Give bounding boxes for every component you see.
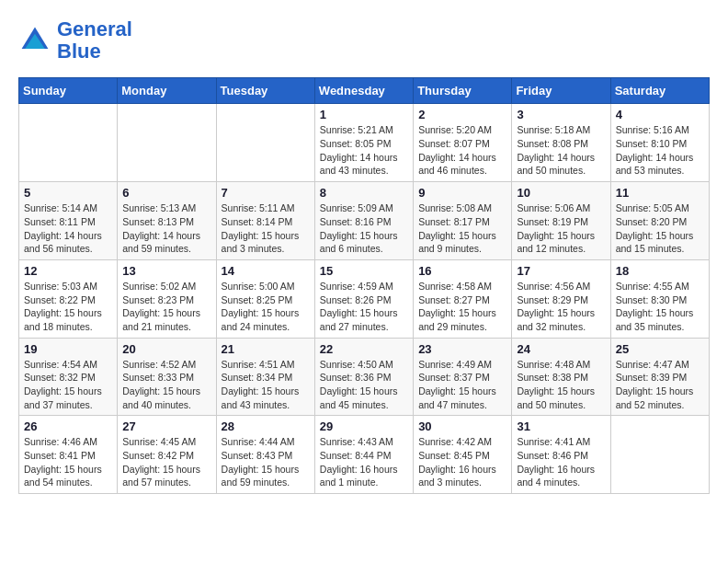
cell-content: Sunrise: 4:58 AMSunset: 8:27 PMDaylight:… [418, 280, 506, 334]
day-number: 29 [320, 419, 408, 433]
logo-icon [18, 24, 51, 57]
day-number: 18 [616, 264, 704, 278]
calendar-cell: 18Sunrise: 4:55 AMSunset: 8:30 PMDayligh… [610, 259, 709, 338]
cell-content: Sunrise: 5:14 AMSunset: 8:11 PMDaylight:… [24, 201, 112, 256]
day-header-wednesday: Wednesday [314, 78, 413, 104]
cell-content: Sunrise: 5:00 AMSunset: 8:25 PMDaylight:… [222, 280, 310, 334]
day-number: 16 [418, 264, 506, 278]
cell-content: Sunrise: 4:46 AMSunset: 8:41 PMDaylight:… [24, 435, 112, 489]
calendar-cell: 20Sunrise: 4:52 AMSunset: 8:33 PMDayligh… [118, 338, 216, 416]
day-header-monday: Monday [118, 78, 216, 104]
calendar-cell: 5Sunrise: 5:14 AMSunset: 8:11 PMDaylight… [19, 182, 118, 260]
cell-content: Sunrise: 5:08 AMSunset: 8:17 PMDaylight:… [418, 201, 506, 256]
day-number: 3 [517, 108, 605, 121]
day-number: 24 [517, 342, 605, 356]
day-number: 31 [517, 419, 605, 433]
calendar-cell: 26Sunrise: 4:46 AMSunset: 8:41 PMDayligh… [19, 416, 118, 494]
calendar-cell: 15Sunrise: 4:59 AMSunset: 8:26 PMDayligh… [314, 259, 413, 338]
day-number: 22 [320, 342, 408, 356]
cell-content: Sunrise: 4:51 AMSunset: 8:34 PMDaylight:… [222, 358, 310, 412]
calendar-cell: 29Sunrise: 4:43 AMSunset: 8:44 PMDayligh… [314, 416, 413, 494]
day-number: 2 [418, 108, 506, 121]
calendar-cell: 9Sunrise: 5:08 AMSunset: 8:17 PMDaylight… [414, 182, 512, 260]
cell-content: Sunrise: 4:47 AMSunset: 8:39 PMDaylight:… [616, 358, 704, 412]
calendar-cell: 23Sunrise: 4:49 AMSunset: 8:37 PMDayligh… [414, 338, 512, 416]
calendar-cell: 31Sunrise: 4:41 AMSunset: 8:46 PMDayligh… [512, 416, 610, 494]
calendar-cell: 27Sunrise: 4:45 AMSunset: 8:42 PMDayligh… [118, 416, 216, 494]
day-number: 5 [24, 186, 112, 200]
calendar-cell [610, 416, 709, 494]
cell-content: Sunrise: 4:49 AMSunset: 8:37 PMDaylight:… [418, 358, 506, 412]
day-number: 21 [222, 342, 310, 356]
calendar-cell: 30Sunrise: 4:42 AMSunset: 8:45 PMDayligh… [414, 416, 512, 494]
calendar-cell: 10Sunrise: 5:06 AMSunset: 8:19 PMDayligh… [512, 182, 610, 260]
calendar-cell: 22Sunrise: 4:50 AMSunset: 8:36 PMDayligh… [314, 338, 413, 416]
day-number: 17 [517, 264, 605, 278]
day-header-sunday: Sunday [19, 78, 118, 104]
calendar-cell: 17Sunrise: 4:56 AMSunset: 8:29 PMDayligh… [512, 259, 610, 338]
day-number: 9 [418, 186, 506, 200]
cell-content: Sunrise: 4:45 AMSunset: 8:42 PMDaylight:… [122, 435, 210, 489]
cell-content: Sunrise: 5:11 AMSunset: 8:14 PMDaylight:… [222, 201, 310, 256]
cell-content: Sunrise: 4:52 AMSunset: 8:33 PMDaylight:… [122, 358, 210, 412]
calendar-cell: 21Sunrise: 4:51 AMSunset: 8:34 PMDayligh… [216, 338, 314, 416]
day-number: 1 [320, 108, 408, 121]
cell-content: Sunrise: 5:20 AMSunset: 8:07 PMDaylight:… [418, 123, 506, 178]
day-header-tuesday: Tuesday [216, 78, 314, 104]
cell-content: Sunrise: 5:21 AMSunset: 8:05 PMDaylight:… [320, 123, 408, 178]
calendar-week-row: 5Sunrise: 5:14 AMSunset: 8:11 PMDaylight… [19, 182, 710, 260]
calendar-cell: 1Sunrise: 5:21 AMSunset: 8:05 PMDaylight… [314, 104, 413, 182]
cell-content: Sunrise: 5:16 AMSunset: 8:10 PMDaylight:… [616, 123, 704, 178]
cell-content: Sunrise: 4:42 AMSunset: 8:45 PMDaylight:… [418, 435, 506, 489]
day-number: 23 [418, 342, 506, 356]
cell-content: Sunrise: 4:50 AMSunset: 8:36 PMDaylight:… [320, 358, 408, 412]
day-number: 19 [24, 342, 112, 356]
day-number: 13 [122, 264, 210, 278]
calendar-cell: 14Sunrise: 5:00 AMSunset: 8:25 PMDayligh… [216, 259, 314, 338]
calendar-cell: 19Sunrise: 4:54 AMSunset: 8:32 PMDayligh… [19, 338, 118, 416]
calendar-week-row: 12Sunrise: 5:03 AMSunset: 8:22 PMDayligh… [19, 259, 710, 338]
calendar-cell: 2Sunrise: 5:20 AMSunset: 8:07 PMDaylight… [414, 104, 512, 182]
cell-content: Sunrise: 4:43 AMSunset: 8:44 PMDaylight:… [320, 435, 408, 489]
day-number: 28 [222, 419, 310, 433]
day-number: 8 [320, 186, 408, 200]
day-number: 4 [616, 108, 704, 121]
page-header: General Blue [18, 18, 710, 63]
day-number: 7 [222, 186, 310, 200]
day-number: 30 [418, 419, 506, 433]
calendar-cell: 16Sunrise: 4:58 AMSunset: 8:27 PMDayligh… [414, 259, 512, 338]
day-number: 25 [616, 342, 704, 356]
calendar-week-row: 1Sunrise: 5:21 AMSunset: 8:05 PMDaylight… [19, 104, 710, 182]
calendar-cell: 7Sunrise: 5:11 AMSunset: 8:14 PMDaylight… [216, 182, 314, 260]
calendar-cell: 4Sunrise: 5:16 AMSunset: 8:10 PMDaylight… [610, 104, 709, 182]
calendar-cell: 6Sunrise: 5:13 AMSunset: 8:13 PMDaylight… [118, 182, 216, 260]
cell-content: Sunrise: 5:06 AMSunset: 8:19 PMDaylight:… [517, 201, 605, 256]
calendar-table: SundayMondayTuesdayWednesdayThursdayFrid… [18, 77, 710, 494]
day-number: 27 [122, 419, 210, 433]
day-number: 20 [122, 342, 210, 356]
day-header-saturday: Saturday [610, 78, 709, 104]
day-header-thursday: Thursday [414, 78, 512, 104]
cell-content: Sunrise: 5:05 AMSunset: 8:20 PMDaylight:… [616, 201, 704, 256]
cell-content: Sunrise: 5:02 AMSunset: 8:23 PMDaylight:… [122, 280, 210, 334]
calendar-week-row: 26Sunrise: 4:46 AMSunset: 8:41 PMDayligh… [19, 416, 710, 494]
cell-content: Sunrise: 5:18 AMSunset: 8:08 PMDaylight:… [517, 123, 605, 178]
logo-text: General Blue [57, 18, 132, 63]
day-number: 10 [517, 186, 605, 200]
cell-content: Sunrise: 5:13 AMSunset: 8:13 PMDaylight:… [122, 201, 210, 256]
cell-content: Sunrise: 5:03 AMSunset: 8:22 PMDaylight:… [24, 280, 112, 334]
calendar-cell [118, 104, 216, 182]
calendar-cell [19, 104, 118, 182]
day-number: 15 [320, 264, 408, 278]
day-number: 11 [616, 186, 704, 200]
day-number: 14 [222, 264, 310, 278]
calendar-cell: 12Sunrise: 5:03 AMSunset: 8:22 PMDayligh… [19, 259, 118, 338]
day-number: 6 [122, 186, 210, 200]
day-number: 26 [24, 419, 112, 433]
day-header-friday: Friday [512, 78, 610, 104]
calendar-header-row: SundayMondayTuesdayWednesdayThursdayFrid… [19, 78, 710, 104]
calendar-cell [216, 104, 314, 182]
calendar-cell: 28Sunrise: 4:44 AMSunset: 8:43 PMDayligh… [216, 416, 314, 494]
calendar-cell: 13Sunrise: 5:02 AMSunset: 8:23 PMDayligh… [118, 259, 216, 338]
calendar-cell: 25Sunrise: 4:47 AMSunset: 8:39 PMDayligh… [610, 338, 709, 416]
